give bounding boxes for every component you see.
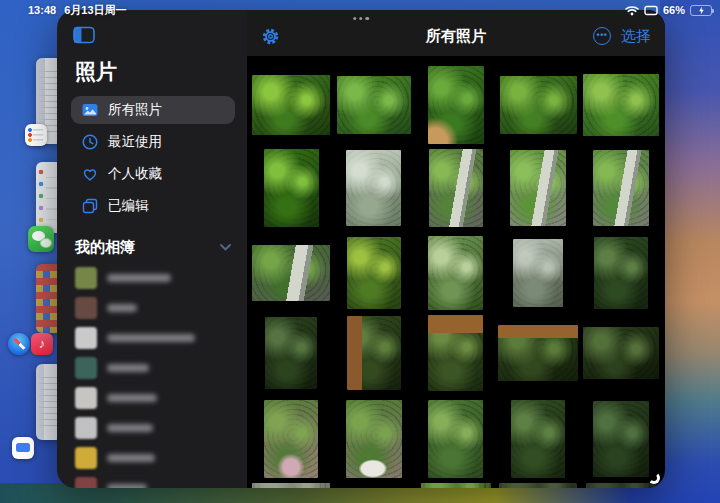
album-label-redacted	[107, 334, 195, 342]
album-label-redacted	[107, 424, 153, 432]
photo-cell	[250, 235, 332, 310]
album-thumbnail	[75, 327, 97, 349]
album-label-redacted	[107, 274, 171, 282]
photo-thumbnail[interactable]	[252, 245, 330, 301]
photo-thumbnail[interactable]	[583, 327, 659, 379]
app-title: 照片	[75, 58, 235, 86]
photo-thumbnail[interactable]	[513, 239, 563, 307]
sidebar-item-all-photos[interactable]: 所有照片	[71, 96, 235, 124]
photo-cell	[415, 482, 497, 488]
heart-icon	[81, 165, 99, 183]
sidebar-album-item[interactable]	[71, 383, 235, 413]
photo-thumbnail[interactable]	[252, 75, 330, 135]
all-photos-icon	[81, 101, 99, 119]
sidebar-item-edited[interactable]: 已编辑	[71, 192, 235, 220]
display-app-icon[interactable]	[12, 437, 34, 459]
photo-thumbnail[interactable]	[498, 325, 578, 381]
sidebar-album-item[interactable]	[71, 413, 235, 443]
photo-cell	[415, 310, 497, 395]
photo-thumbnail[interactable]	[346, 400, 402, 478]
battery-icon	[690, 5, 712, 16]
sidebar-album-item[interactable]	[71, 263, 235, 293]
sidebar-album-item[interactable]	[71, 323, 235, 353]
album-thumbnail	[75, 297, 97, 319]
photo-cell	[415, 395, 497, 482]
photo-cell	[332, 235, 414, 310]
photo-thumbnail[interactable]	[594, 237, 648, 309]
safari-app-icon[interactable]	[8, 333, 30, 355]
album-label-redacted	[107, 364, 149, 372]
photo-cell	[415, 235, 497, 310]
music-app-icon[interactable]: ♪	[31, 333, 53, 355]
photo-cell	[497, 235, 579, 310]
photo-thumbnail[interactable]	[499, 483, 577, 488]
album-thumbnail	[75, 387, 97, 409]
photo-thumbnail[interactable]	[428, 315, 483, 391]
more-options-button[interactable]: •••	[593, 27, 611, 45]
sidebar-item-favorites[interactable]: 个人收藏	[71, 160, 235, 188]
photo-thumbnail[interactable]	[428, 236, 483, 310]
wifi-icon	[625, 5, 639, 16]
select-button[interactable]: 选择	[621, 27, 651, 46]
photo-cell	[332, 310, 414, 395]
photo-thumbnail[interactable]	[593, 401, 649, 477]
photo-thumbnail[interactable]	[264, 149, 319, 227]
sidebar-album-item[interactable]	[71, 353, 235, 383]
window-resize-handle[interactable]	[648, 472, 660, 484]
sidebar-toggle-icon[interactable]	[73, 26, 95, 44]
photo-cell	[580, 395, 662, 482]
photo-cell	[332, 70, 414, 140]
photo-cell	[415, 70, 497, 140]
wallpaper-right-strip	[660, 0, 720, 503]
sidebar-item-recents[interactable]: 最近使用	[71, 128, 235, 156]
photo-thumbnail[interactable]	[428, 66, 484, 144]
photo-cell	[250, 140, 332, 235]
photo-thumbnail[interactable]	[252, 483, 330, 488]
main-content: 所有照片 ••• 选择	[247, 10, 665, 488]
page-title: 所有照片	[351, 27, 561, 46]
sidebar-album-item[interactable]	[71, 443, 235, 473]
sidebar-item-label: 个人收藏	[108, 165, 162, 183]
photo-thumbnail[interactable]	[586, 483, 656, 488]
photo-thumbnail[interactable]	[337, 76, 411, 134]
album-label-redacted	[107, 454, 155, 462]
photo-thumbnail[interactable]	[346, 150, 401, 226]
photo-thumbnail[interactable]	[347, 316, 401, 390]
chevron-down-icon	[220, 244, 231, 251]
sidebar-album-item[interactable]	[71, 293, 235, 323]
album-thumbnail	[75, 417, 97, 439]
photo-thumbnail[interactable]	[583, 74, 659, 136]
sidebar-item-label: 所有照片	[108, 101, 162, 119]
sidebar: 照片 所有照片 最近使用 个人收藏	[57, 10, 247, 488]
toolbar-right: ••• 选择	[561, 27, 651, 46]
photo-thumbnail[interactable]	[347, 237, 401, 309]
photo-cell	[497, 310, 579, 395]
photo-thumbnail[interactable]	[511, 400, 565, 478]
app-switcher-shelf: ♪	[0, 0, 62, 503]
photo-cell	[415, 140, 497, 235]
sidebar-item-label: 已编辑	[108, 197, 149, 215]
photo-thumbnail[interactable]	[593, 150, 649, 226]
photo-thumbnail[interactable]	[429, 149, 483, 227]
charging-bolt-icon	[698, 7, 705, 15]
sidebar-item-label: 最近使用	[108, 133, 162, 151]
reminders-app-icon[interactable]	[25, 124, 47, 146]
photo-cell	[497, 140, 579, 235]
status-date: 6月13日周一	[64, 3, 126, 18]
photo-cell	[497, 395, 579, 482]
photo-thumbnail[interactable]	[510, 150, 566, 226]
my-albums-section-header[interactable]: 我的相簿	[75, 238, 231, 257]
photo-cell	[497, 70, 579, 140]
photo-thumbnail[interactable]	[264, 400, 318, 478]
photo-thumbnail[interactable]	[428, 400, 483, 478]
photo-thumbnail[interactable]	[500, 76, 577, 134]
sidebar-album-item[interactable]	[71, 473, 235, 488]
status-right: 66%	[625, 4, 712, 16]
section-label: 我的相簿	[75, 238, 135, 257]
photo-thumbnail[interactable]	[421, 483, 491, 488]
wechat-app-icon[interactable]	[28, 226, 54, 252]
settings-gear-icon[interactable]	[261, 27, 280, 46]
photo-thumbnail[interactable]	[265, 317, 317, 389]
photo-cell	[580, 140, 662, 235]
toolbar-left	[261, 27, 351, 46]
